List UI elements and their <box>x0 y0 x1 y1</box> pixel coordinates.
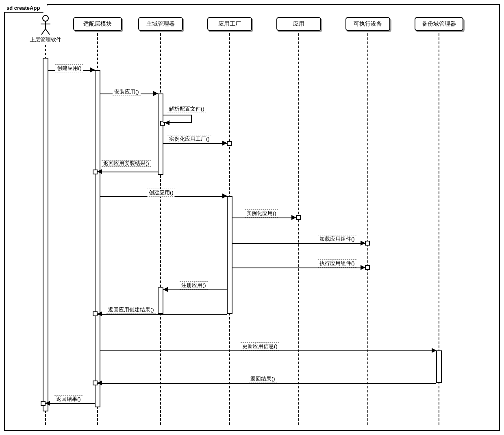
msg-label-m10: 注册应用() <box>180 281 208 289</box>
msg-label-m14: 返回结果() <box>54 395 83 403</box>
svg-line-4 <box>46 29 50 35</box>
lifeline-p5 <box>367 33 368 425</box>
msg-label-m2: 安装应用() <box>113 88 141 96</box>
activation-p1 <box>95 70 100 407</box>
msg-self-parse-return <box>165 119 165 119</box>
participant-p5: 可执行设备 <box>345 17 390 31</box>
execspec-p5-2 <box>365 265 370 270</box>
sequence-diagram-frame: sd createApp 上层管理软件 适配层模块 主域管理器 应用工厂 应用 … <box>4 4 500 431</box>
lifeline-p2 <box>160 33 161 425</box>
msg-label-m6: 创建应用() <box>147 189 175 197</box>
execspec-p4 <box>296 215 301 220</box>
participant-p1: 适配层模块 <box>73 17 122 31</box>
msg-label-m11: 返回应用创建结果() <box>106 306 156 314</box>
msg-label-m7: 实例化应用() <box>245 209 278 218</box>
participant-p2: 主域管理器 <box>138 17 183 31</box>
frame-title: sd createApp <box>4 4 48 13</box>
msg-return-install <box>98 167 158 168</box>
msg-label-m4: 实例化应用工厂() <box>167 135 211 143</box>
msg-label-m8: 加载应用组件() <box>318 235 356 243</box>
participant-p6: 备份域管理器 <box>415 17 463 31</box>
participant-p4: 应用 <box>276 17 321 31</box>
activation-actor <box>43 58 48 411</box>
activation-p3 <box>227 196 232 314</box>
msg-label-m13: 返回结果() <box>249 375 277 383</box>
actor-icon <box>40 15 51 35</box>
msg-label-m5: 返回应用安装结果() <box>102 160 151 167</box>
activation-p2-1 <box>158 94 163 175</box>
msg-label-m12: 更新应用信息() <box>241 342 279 350</box>
actor: 上层管理软件 <box>27 15 64 44</box>
execspec-p5-1 <box>365 241 370 246</box>
participant-p3: 应用工厂 <box>207 17 252 31</box>
execspec-p3-inst <box>227 141 232 146</box>
msg-label-m9: 执行应用组件() <box>318 259 356 268</box>
svg-line-3 <box>41 29 46 35</box>
svg-point-0 <box>43 15 48 21</box>
activation-p6 <box>436 350 442 383</box>
actor-label: 上层管理软件 <box>27 36 64 44</box>
msg-label-m3: 解析配置文件() <box>167 105 206 113</box>
lifeline-p4 <box>298 33 299 425</box>
msg-label-m1: 创建应用() <box>55 64 83 72</box>
